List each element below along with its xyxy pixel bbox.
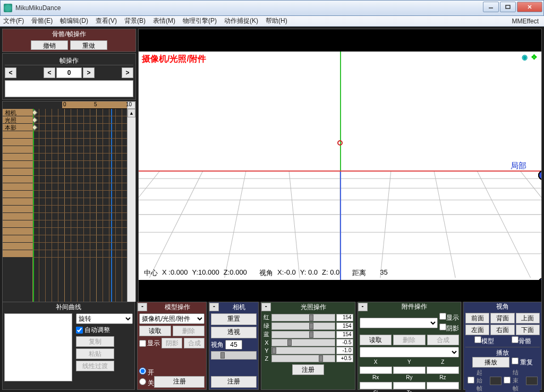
close-button[interactable] (517, 2, 542, 12)
model-select[interactable]: 摄像机/光照/附件 (139, 313, 205, 324)
startframe-checkbox[interactable] (468, 377, 474, 385)
accessory-show-checkbox[interactable]: 显示 (439, 313, 459, 322)
curve-panel: 补间曲线 旋转 自动调整 复制 粘贴 线性过渡 (2, 302, 135, 390)
curve-canvas[interactable] (4, 313, 72, 381)
menu-bar: 文件(F) 骨骼(E) 帧编辑(D) 查看(V) 背景(B) 表情(M) 物理引… (0, 16, 544, 27)
view-left-button[interactable]: 左面 (465, 325, 489, 335)
model-off-radio[interactable]: 关 (139, 378, 154, 388)
model-delete-button[interactable]: 删除 (173, 326, 205, 336)
accessory-collapse-button[interactable]: - (358, 303, 368, 311)
timeline-row-shadow[interactable]: 本影 (3, 124, 32, 131)
axis-y-icon (340, 52, 341, 171)
menu-physics[interactable]: 物理引擎(P) (183, 16, 217, 25)
eye-icon[interactable]: ◉ (520, 53, 529, 61)
maximize-button[interactable] (500, 2, 516, 12)
curve-auto-checkbox[interactable]: 自动调整 (76, 326, 133, 335)
light-g-slider[interactable] (271, 322, 335, 330)
viewport[interactable]: 摄像机/光照/附件 ◉ ✥ (138, 29, 542, 303)
frame-input[interactable] (56, 67, 82, 78)
curve-title: 补间曲线 (3, 303, 134, 312)
light-r-slider[interactable] (271, 314, 335, 321)
camera-angle-input[interactable] (225, 340, 242, 350)
accessory-compose-button[interactable]: 合成 (427, 335, 459, 345)
accessory-shadow-checkbox[interactable]: 阴影 (439, 323, 459, 333)
view-panel: 视角 前面 背面 上面 左面 右面 下面 模型 骨骼 播放 播放 重复 (463, 302, 542, 390)
redo-button[interactable]: 重做 (70, 40, 107, 50)
frame-next-button[interactable]: > (83, 67, 95, 78)
view-top-button[interactable]: 上面 (516, 313, 540, 323)
accessory-bone-select[interactable] (360, 347, 459, 357)
origin-marker-icon (337, 140, 343, 146)
camera-collapse-button[interactable]: - (209, 303, 219, 311)
view-bone-checkbox[interactable]: 骨骼 (512, 336, 531, 346)
light-y-slider[interactable] (271, 347, 335, 354)
curve-paste-button[interactable]: 粘贴 (76, 348, 114, 359)
model-collapse-button[interactable]: - (138, 303, 147, 311)
light-b-slider[interactable] (271, 331, 335, 338)
curve-linear-button[interactable]: 线性过渡 (76, 361, 114, 371)
light-x-slider[interactable] (271, 339, 335, 346)
undo-button[interactable]: 撤销 (31, 40, 68, 50)
menu-background[interactable]: 背景(B) (124, 16, 146, 25)
timeline-row-camera[interactable]: 相机 (3, 109, 32, 116)
menu-help[interactable]: 帮助(H) (266, 16, 287, 25)
view-front-button[interactable]: 前面 (465, 313, 489, 323)
frame-first-button[interactable]: < (5, 67, 16, 78)
acc-y-input[interactable] (393, 367, 426, 374)
menu-motion[interactable]: 动作捕捉(K) (224, 16, 258, 25)
svg-line-8 (289, 171, 300, 278)
minimize-button[interactable] (483, 2, 499, 12)
window-title: MikuMikuDance (15, 4, 61, 12)
light-panel: -光照操作 红154 绿154 蓝154 X-0.5 Y-1.0 Z+0.5 注… (261, 302, 355, 390)
menu-bone[interactable]: 骨骼(E) (31, 16, 53, 25)
startframe-input[interactable] (490, 377, 502, 385)
camera-register-button[interactable]: 注册 (211, 376, 257, 388)
menu-frameedit[interactable]: 帧编辑(D) (60, 16, 88, 25)
play-button[interactable]: 播放 (472, 357, 509, 368)
curve-mode-select[interactable]: 旋转 (76, 313, 133, 324)
frame-last-button[interactable]: > (122, 67, 133, 78)
acc-rx-input[interactable] (360, 382, 392, 389)
endframe-checkbox[interactable] (504, 377, 511, 385)
menu-view[interactable]: 查看(V) (96, 16, 117, 25)
light-register-button[interactable]: 注册 (292, 364, 324, 375)
acc-rz-input[interactable] (427, 382, 459, 389)
curve-copy-button[interactable]: 复制 (76, 336, 114, 347)
menu-expression[interactable]: 表情(M) (153, 16, 175, 25)
frame-prev-button[interactable]: < (44, 67, 55, 78)
move-icon[interactable]: ✥ (530, 53, 538, 61)
svg-line-6 (149, 171, 203, 278)
gizmo-move-z[interactable]: Z (538, 278, 541, 280)
menu-mmeffect[interactable]: MMEffect (512, 18, 539, 25)
accessory-select[interactable] (360, 318, 438, 328)
endframe-input[interactable] (526, 377, 538, 385)
svg-line-13 (520, 171, 541, 278)
accessory-delete-button[interactable]: 删除 (393, 335, 425, 345)
repeat-checkbox[interactable]: 重复 (512, 357, 533, 367)
view3d[interactable]: 摄像机/光照/附件 ◉ ✥ (139, 52, 541, 280)
accessory-load-button[interactable]: 读取 (360, 335, 392, 345)
scroll-up-icon[interactable]: ▲ (128, 109, 135, 117)
model-shadow-button[interactable]: 阴影 (162, 338, 182, 348)
model-register-button[interactable]: 注册 (154, 376, 205, 388)
timeline-ruler[interactable]: 0 5 10 (62, 101, 127, 109)
model-show-checkbox[interactable]: 显示 (139, 338, 160, 348)
view-right-button[interactable]: 右面 (490, 325, 514, 335)
model-load-button[interactable]: 读取 (139, 326, 171, 336)
view-model-checkbox[interactable]: 模型 (474, 336, 494, 346)
view-bottom-button[interactable]: 下面 (516, 325, 540, 335)
model-on-radio[interactable]: 开 (139, 368, 154, 377)
camera-reset-button[interactable]: 重置 (211, 313, 257, 325)
camera-angle-slider[interactable] (211, 351, 257, 360)
model-compose-button[interactable]: 合成 (184, 338, 205, 348)
timeline-row-light[interactable]: 光照 (3, 116, 32, 124)
menu-file[interactable]: 文件(F) (3, 16, 24, 25)
camera-persp-button[interactable]: 透视 (211, 327, 257, 338)
light-collapse-button[interactable]: - (261, 303, 271, 311)
local-label: 局部 (511, 161, 526, 171)
view-back-button[interactable]: 背面 (490, 313, 514, 323)
acc-x-input[interactable] (360, 367, 392, 374)
light-z-slider[interactable] (271, 355, 335, 362)
acc-ry-input[interactable] (393, 382, 426, 389)
acc-z-input[interactable] (427, 367, 459, 374)
